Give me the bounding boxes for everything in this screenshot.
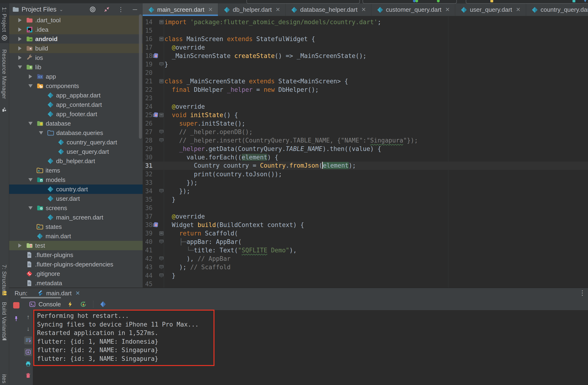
line-number[interactable]: 26 — [143, 120, 152, 127]
tree-item-android[interactable]: android — [9, 34, 143, 44]
line-number[interactable]: 42 — [143, 255, 152, 262]
flutter-hot-reload-gutter-icon[interactable] — [152, 53, 159, 59]
clear-console-trash-icon[interactable] — [24, 372, 32, 380]
line-number[interactable]: 24 — [143, 103, 152, 110]
chevron-collapsed-icon[interactable] — [16, 243, 24, 248]
fold-marker-icon[interactable] — [159, 130, 164, 134]
scroll-down-icon[interactable]: ↓ — [24, 325, 32, 333]
stop-button[interactable] — [13, 302, 20, 308]
line-number[interactable]: 19 — [143, 61, 152, 68]
structure-tool-icon[interactable] — [1, 290, 7, 296]
fold-marker-icon[interactable] — [159, 37, 164, 41]
print-icon[interactable] — [24, 360, 32, 368]
close-tab-icon[interactable]: ✕ — [361, 6, 366, 13]
code-line-37[interactable]: 37 @override — [143, 212, 588, 221]
editor-tab-db_helper-dart[interactable]: db_helper.dart✕ — [218, 3, 286, 16]
tree-item-build[interactable]: build — [9, 44, 143, 53]
tree-item-states[interactable]: states — [9, 222, 143, 232]
fold-marker-icon[interactable] — [159, 274, 164, 278]
line-number[interactable]: 32 — [143, 171, 152, 178]
flutter-hot-reload-gutter-icon[interactable] — [152, 112, 159, 118]
tree-item-screens[interactable]: screens — [9, 203, 143, 213]
chevron-collapsed-icon[interactable] — [16, 18, 24, 22]
chevron-collapsed-icon[interactable] — [16, 46, 24, 50]
code-line-31[interactable]: 31 Country country = Country.fromJson(el… — [143, 162, 588, 170]
tree-item-app-footer-dart[interactable]: app_footer.dart — [9, 109, 143, 119]
line-number[interactable]: 39 — [143, 230, 152, 237]
code-line-43[interactable]: 43 ); // Scaffold — [143, 263, 588, 271]
line-number[interactable]: 16 — [143, 35, 152, 43]
run-tab-main-dart[interactable]: main.dart ✕ — [37, 290, 80, 297]
close-tab-icon[interactable]: ✕ — [516, 6, 521, 13]
line-number[interactable]: 23 — [143, 95, 152, 102]
code-line-45[interactable]: 45 — [143, 280, 588, 288]
line-number[interactable]: 37 — [143, 213, 152, 220]
console-output[interactable]: Performing hot restart...Syncing files t… — [33, 310, 588, 385]
editor-tab-user_query-dart[interactable]: user_query.dart✕ — [455, 3, 526, 16]
fold-marker-icon[interactable] — [159, 113, 164, 117]
fold-marker-icon[interactable] — [159, 257, 164, 261]
tree-item--dart-tool[interactable]: .dart_tool — [9, 16, 143, 25]
fold-marker-icon[interactable] — [159, 231, 164, 235]
line-number[interactable]: 43 — [143, 264, 152, 271]
fold-marker-icon[interactable] — [159, 20, 164, 24]
code-line-14[interactable]: 14import 'package:flutter_atomic_design/… — [143, 18, 588, 26]
code-line-23[interactable]: 23 — [143, 94, 588, 102]
tree-scrollbar[interactable] — [139, 14, 142, 139]
fold-marker-icon[interactable] — [159, 189, 164, 193]
code-line-21[interactable]: 21class _MainScreenState extends State<M… — [143, 77, 588, 86]
line-number[interactable]: 41 — [143, 247, 152, 254]
code-line-35[interactable]: 35 } — [143, 195, 588, 204]
close-tab-icon[interactable]: ✕ — [275, 6, 280, 13]
line-number[interactable]: 40 — [143, 238, 152, 245]
fold-marker-icon[interactable] — [159, 79, 164, 83]
editor-tab-customer_query-dart[interactable]: customer_query.dart✕ — [371, 3, 455, 16]
hot-reload-bolt-icon[interactable] — [67, 301, 73, 307]
line-number[interactable]: 18 — [143, 52, 152, 59]
code-line-29[interactable]: 29 _helper.getData(CountryQuery.TABLE_NA… — [143, 145, 588, 153]
chevron-expanded-icon[interactable] — [26, 122, 35, 125]
line-number[interactable]: 29 — [143, 145, 152, 152]
code-line-22[interactable]: 22 final DbHelper _helper = new DbHelper… — [143, 86, 588, 94]
line-number[interactable]: 21 — [143, 78, 152, 85]
code-line-42[interactable]: 42 ), // AppBar — [143, 255, 588, 263]
line-number[interactable]: 38 — [143, 221, 152, 228]
editor-tab-main_screen-dart[interactable]: main_screen.dart✕ — [143, 3, 218, 16]
tree-item--gitignore[interactable]: .gitignore — [9, 269, 143, 278]
fold-marker-icon[interactable] — [159, 265, 164, 269]
line-number[interactable]: 45 — [143, 280, 152, 288]
tree-item-test[interactable]: test — [9, 241, 143, 250]
hide-panel-icon[interactable]: ─ — [131, 6, 138, 13]
scroll-to-end-icon[interactable] — [24, 348, 32, 356]
scroll-up-icon[interactable]: ↑ — [24, 313, 32, 321]
tree-item-database-queries[interactable]: database.queries — [9, 128, 143, 138]
code-line-44[interactable]: 44 } — [143, 271, 588, 280]
line-number[interactable]: 15 — [143, 27, 152, 34]
tree-item-main-screen-dart[interactable]: main_screen.dart — [9, 213, 143, 222]
chevron-collapsed-icon[interactable] — [16, 56, 24, 60]
tree-item-user-dart[interactable]: user.dart — [9, 194, 143, 203]
code-line-19[interactable]: 19} — [143, 60, 588, 68]
line-number[interactable]: 44 — [143, 272, 152, 279]
line-number[interactable]: 14 — [143, 19, 152, 26]
close-icon[interactable]: ✕ — [75, 290, 80, 297]
tree-item-app-content-dart[interactable]: app_content.dart — [9, 100, 143, 109]
tree-item-app[interactable]: app — [9, 72, 143, 81]
chevron-collapsed-icon[interactable] — [16, 37, 24, 41]
code-line-41[interactable]: 41 └─title: Text("SQFLITE Demo"), — [143, 246, 588, 255]
build-variants-icon[interactable] — [1, 336, 7, 342]
flutter-hot-reload-gutter-icon[interactable] — [152, 222, 159, 228]
line-number[interactable]: 20 — [143, 69, 152, 76]
code-line-34[interactable]: 34 }); — [143, 187, 588, 195]
tree-item-db-helper-dart[interactable]: db_helper.dart — [9, 156, 143, 166]
chevron-expanded-icon[interactable] — [26, 206, 35, 210]
tool-stripe-build-variants[interactable]: Build Variants — [1, 302, 7, 338]
tree-item-lib[interactable]: lib — [9, 63, 143, 72]
tree-item-components[interactable]: components — [9, 81, 143, 91]
resource-manager-icon[interactable] — [1, 107, 7, 113]
tree-item--idea[interactable]: .idea — [9, 25, 143, 34]
chevron-expanded-icon[interactable] — [37, 131, 45, 134]
code-line-25[interactable]: 25 void initState() { — [143, 111, 588, 119]
code-line-20[interactable]: 20 — [143, 68, 588, 77]
line-number[interactable]: 34 — [143, 188, 152, 195]
